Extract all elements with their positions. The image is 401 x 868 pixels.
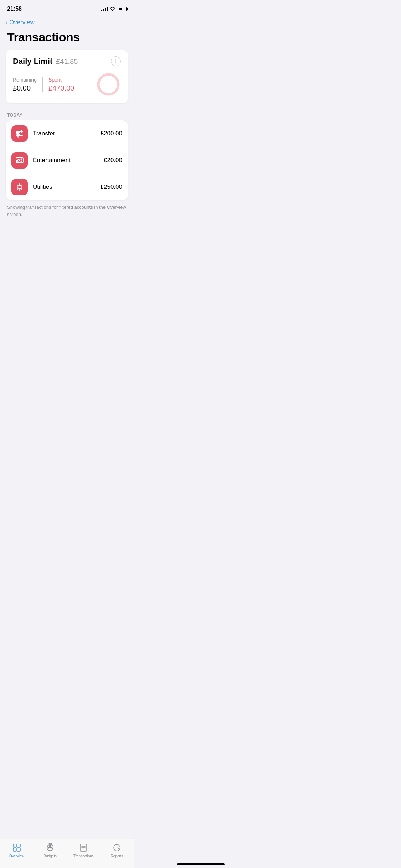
spending-donut-chart [96,72,121,97]
daily-limit-card: Daily Limit £41.85 i Remaining £0.00 Spe… [6,50,128,103]
remaining-stat: Remaining £0.00 [13,77,42,92]
transaction-amount: £20.00 [104,157,122,164]
svg-point-7 [21,161,22,162]
transaction-amount: £200.00 [101,130,122,137]
status-time: 21:58 [7,6,22,12]
info-icon[interactable]: i [111,56,121,66]
spent-value: £470.00 [48,84,74,92]
utilities-icon [11,179,28,195]
svg-line-18 [21,185,22,185]
stat-divider [42,77,43,92]
svg-line-17 [21,189,22,190]
wifi-icon [110,7,115,11]
status-icons [101,7,127,11]
page-title: Transactions [0,27,134,50]
svg-point-6 [21,159,22,160]
footer-note: Showing transactions for filtered accoun… [0,200,134,221]
svg-line-16 [17,185,18,185]
back-nav[interactable]: ‹ Overview [0,16,134,27]
remaining-label: Remaining [13,77,37,83]
daily-limit-body: Remaining £0.00 Spent £470.00 [13,72,121,97]
svg-line-19 [17,189,18,190]
back-label: Overview [9,19,35,26]
remaining-value: £0.00 [13,84,37,92]
today-section-label: TODAY [0,110,134,120]
daily-limit-title-group: Daily Limit £41.85 [13,57,78,66]
back-chevron-icon: ‹ [6,19,8,26]
table-row[interactable]: Entertainment £20.00 [6,147,128,174]
svg-point-5 [18,160,20,161]
transfer-icon: $ [11,125,28,142]
entertainment-icon [11,152,28,169]
transaction-name: Transfer [33,130,96,137]
battery-icon [118,7,127,11]
spent-stat: Spent £470.00 [48,77,80,92]
svg-point-11 [18,185,21,189]
svg-point-0 [98,74,118,94]
table-row[interactable]: $ Transfer £200.00 [6,120,128,147]
daily-limit-header: Daily Limit £41.85 i [13,56,121,66]
transaction-amount: £250.00 [101,184,122,191]
transactions-list: $ Transfer £200.00 [6,120,128,200]
daily-limit-stats: Remaining £0.00 Spent £470.00 [13,77,80,92]
signal-icon [101,7,108,11]
daily-limit-amount: £41.85 [56,57,78,66]
transaction-name: Entertainment [33,157,99,164]
status-bar: 21:58 [0,0,134,16]
transaction-name: Utilities [33,184,96,191]
daily-limit-title: Daily Limit [13,57,52,66]
spent-label: Spent [48,77,74,83]
table-row[interactable]: Utilities £250.00 [6,174,128,200]
